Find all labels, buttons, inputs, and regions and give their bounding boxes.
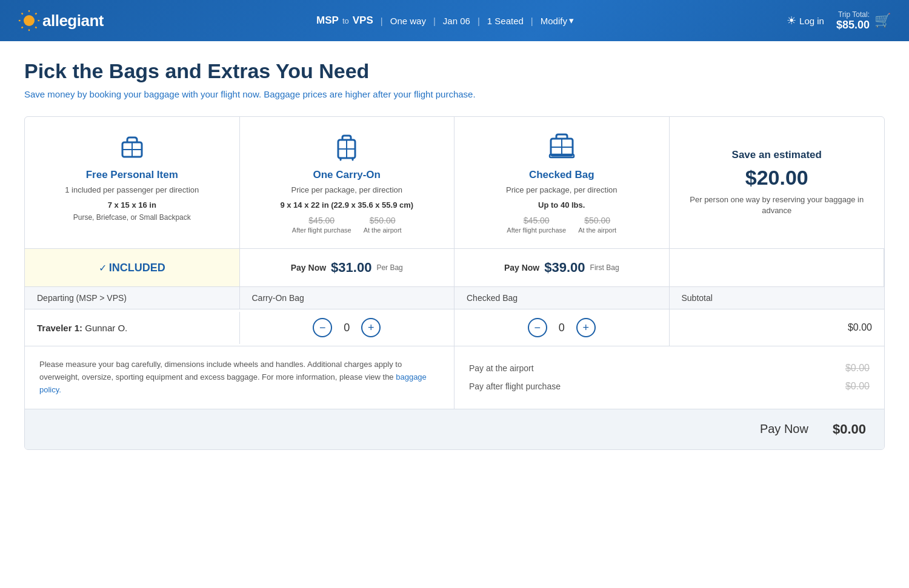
trip-type: One way: [390, 16, 426, 26]
logo: allegiant: [18, 10, 104, 31]
carry-on-stepper: − 0 +: [240, 309, 455, 346]
svg-line-5: [22, 13, 23, 15]
svg-line-7: [35, 13, 36, 15]
trip-total-amount: $85.00: [836, 19, 870, 31]
pay-at-airport-price: $0.00: [845, 363, 870, 374]
save-amount: $20.00: [745, 166, 808, 190]
traveler-name-col: Traveler 1: Gunnar O.: [25, 312, 240, 344]
save-column: Save an estimated $20.00 Per person one …: [670, 117, 885, 248]
allegiant-logo-icon: [18, 10, 40, 31]
included-col: ✓ INCLUDED: [25, 249, 240, 286]
subtotal-header: Subtotal: [670, 287, 885, 309]
checkmark-icon: ✓: [99, 262, 107, 274]
pay-at-airport-label: Pay at the airport: [469, 363, 534, 373]
personal-item-title: Free Personal Item: [37, 169, 227, 181]
plus-icon: +: [368, 322, 375, 334]
personal-item-option: Free Personal Item 1 included per passen…: [25, 117, 240, 248]
bag-selection-card: Free Personal Item 1 included per passen…: [24, 116, 885, 450]
modify-button[interactable]: Modify ▾: [541, 15, 574, 26]
checked-header: Checked Bag: [454, 287, 670, 309]
trip-total-label: Trip Total:: [836, 10, 870, 19]
page-title: Pick the Bags and Extras You Need: [24, 59, 885, 83]
checked-bag-option: Checked Bag Price per package, per direc…: [454, 117, 670, 248]
svg-point-0: [24, 15, 35, 26]
svg-line-6: [35, 27, 36, 28]
sep1: |: [381, 16, 383, 26]
pay-total-row: Pay Now $0.00: [25, 409, 884, 449]
checked-bag-prices: $45.00 After flight purchase $50.00 At t…: [467, 216, 657, 234]
personal-item-icon: [37, 131, 227, 163]
route-to-label: to: [342, 16, 349, 25]
carry-on-prices: $45.00 After flight purchase $50.00 At t…: [252, 216, 442, 234]
carry-on-qty: 0: [341, 322, 353, 334]
save-note: Per person one way by reserving your bag…: [682, 194, 873, 216]
carry-on-header: Carry-On Bag: [240, 287, 455, 309]
carry-on-increment-button[interactable]: +: [361, 318, 381, 337]
carry-on-pay-price: $31.00: [331, 260, 371, 276]
checked-bag-dims: Up to 40 lbs.: [467, 200, 657, 210]
page-header: allegiant MSP to VPS | One way | Jan 06 …: [0, 0, 909, 41]
sep3: |: [478, 16, 480, 26]
route-to: VPS: [353, 15, 373, 27]
checked-bag-after-price: $45.00 After flight purchase: [507, 216, 566, 234]
header-right: ☀ Log in Trip Total: $85.00 🛒: [787, 10, 891, 31]
personal-item-dims: 7 x 15 x 16 in: [37, 200, 227, 210]
pay-total-label: Pay Now: [760, 422, 808, 436]
cart-icon[interactable]: 🛒: [874, 13, 891, 28]
checked-bag-title: Checked Bag: [467, 169, 657, 181]
checked-bag-pay-unit: First Bag: [590, 263, 619, 272]
sep4: |: [531, 16, 533, 26]
carry-on-airport-price: $50.00 At the airport: [364, 216, 402, 234]
pay-after-purchase-row: Pay after flight purchase $0.00: [469, 381, 870, 392]
options-row: Free Personal Item 1 included per passen…: [25, 117, 884, 249]
carry-on-title: One Carry-On: [252, 169, 442, 181]
pay-total-amount: $0.00: [833, 421, 866, 437]
checked-bag-qty: 0: [556, 322, 568, 334]
trip-total: Trip Total: $85.00 🛒: [836, 10, 891, 31]
traveler-subtotal: $0.00: [670, 311, 885, 344]
checked-bag-airport-price: $50.00 At the airport: [578, 216, 616, 234]
carry-on-decrement-button[interactable]: −: [313, 318, 332, 337]
checked-bag-icon: [467, 131, 657, 163]
flight-nav: MSP to VPS | One way | Jan 06 | 1 Seated…: [316, 15, 574, 27]
checked-bag-pay-label: Pay Now: [504, 263, 539, 273]
pay-empty-col: [670, 249, 885, 286]
sep2: |: [433, 16, 436, 26]
carry-on-pay-col: Pay Now $31.00 Per Bag: [240, 249, 455, 286]
page-subtitle: Save money by booking your baggage with …: [24, 89, 885, 99]
personal-item-note: Purse, Briefcase, or Small Backpack: [37, 213, 227, 222]
checked-bag-desc: Price per package, per direction: [467, 185, 657, 196]
seated-count: 1 Seated: [487, 16, 524, 26]
chevron-down-icon: ▾: [569, 15, 574, 26]
pay-after-price: $0.00: [845, 381, 870, 392]
checked-bag-pay-col: Pay Now $39.00 First Bag: [454, 249, 670, 286]
carry-on-pay-label: Pay Now: [291, 263, 326, 273]
personal-item-desc: 1 included per passenger per direction: [37, 185, 227, 196]
airport-prices: Pay at the airport $0.00 Pay after fligh…: [454, 353, 884, 401]
traveler-name: Gunnar O.: [85, 323, 127, 333]
plus-icon: +: [582, 322, 589, 334]
svg-line-8: [22, 27, 23, 28]
login-button[interactable]: ☀ Log in: [787, 14, 824, 27]
carry-on-option: One Carry-On Price per package, per dire…: [240, 117, 455, 248]
pay-after-label: Pay after flight purchase: [469, 382, 561, 391]
user-icon: ☀: [787, 14, 796, 27]
logo-text: allegiant: [42, 12, 104, 30]
minus-icon: −: [534, 322, 541, 334]
route-from: MSP: [316, 15, 339, 27]
carry-on-desc: Price per package, per direction: [252, 185, 442, 196]
column-headers: Departing (MSP > VPS) Carry-On Bag Check…: [25, 287, 884, 309]
trip-date: Jan 06: [443, 16, 470, 26]
main-content: Pick the Bags and Extras You Need Save m…: [0, 41, 909, 468]
checked-bag-increment-button[interactable]: +: [576, 318, 596, 337]
included-label: INCLUDED: [109, 262, 165, 274]
traveler-row: Traveler 1: Gunnar O. − 0 + − 0 +: [25, 309, 884, 346]
carry-on-pay-unit: Per Bag: [376, 263, 402, 272]
checked-bag-stepper: − 0 +: [454, 309, 670, 346]
pay-now-row: ✓ INCLUDED Pay Now $31.00 Per Bag Pay No…: [25, 249, 884, 287]
checked-bag-pay-price: $39.00: [544, 260, 585, 276]
checked-bag-decrement-button[interactable]: −: [528, 318, 547, 337]
bag-info-text: Please measure your bag carefully, dimen…: [25, 346, 454, 408]
minus-icon: −: [319, 322, 326, 334]
departing-header: Departing (MSP > VPS): [25, 287, 240, 309]
